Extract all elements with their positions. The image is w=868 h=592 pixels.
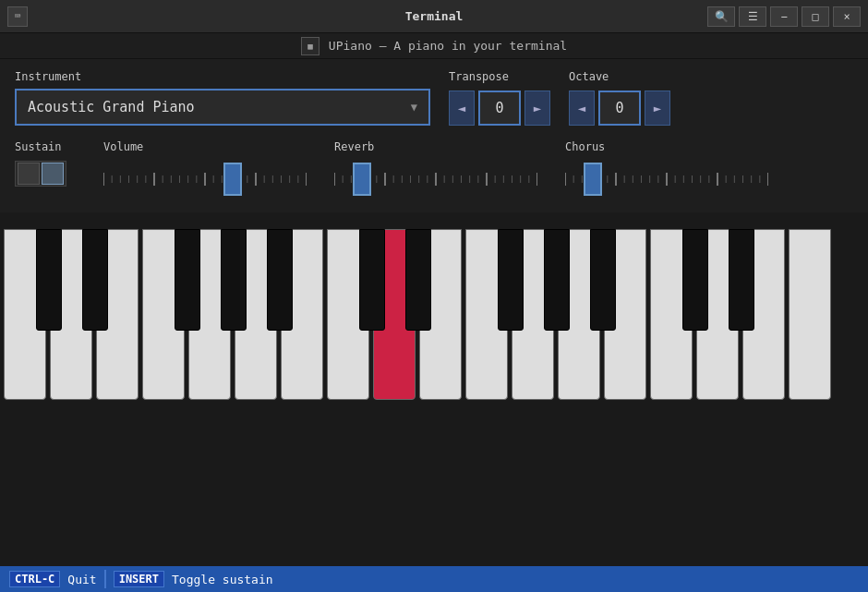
black-key-10[interactable] [498, 229, 524, 331]
sustain-group: Sustain [15, 140, 66, 187]
black-key-5[interactable] [267, 229, 293, 331]
sustain-label: Sustain [15, 140, 66, 153]
black-key-15[interactable] [729, 229, 754, 331]
maximize-button[interactable]: □ [802, 6, 829, 27]
insert-key: INSERT [114, 571, 164, 587]
volume-slider[interactable]: (function(){ // rendered via JS below })… [103, 161, 307, 198]
statusbar: CTRL-C Quit INSERT Toggle sustain [0, 566, 868, 592]
black-key-12[interactable] [590, 229, 616, 331]
status-item-insert: INSERT Toggle sustain [114, 571, 273, 587]
white-key-17[interactable] [789, 229, 831, 400]
instrument-group: Instrument Acoustic Grand Piano ▼ [15, 70, 430, 126]
octave-inc-button[interactable]: ► [645, 91, 670, 126]
dropdown-arrow-icon: ▼ [411, 101, 417, 114]
volume-label: Volume [103, 140, 307, 153]
black-key-3[interactable] [175, 229, 200, 331]
volume-ticks: (function(){ // rendered via JS below })… [103, 161, 307, 198]
search-button[interactable]: 🔍 [707, 6, 735, 27]
transpose-label: Transpose [449, 70, 550, 83]
octave-group: Octave ◄ 0 ► [569, 70, 670, 126]
minimize-button[interactable]: − [770, 6, 798, 27]
volume-group: Volume (function(){ // rendered via JS b… [103, 140, 307, 198]
volume-thumb[interactable] [223, 163, 242, 196]
chorus-slider[interactable] [565, 161, 768, 198]
black-key-4[interactable] [221, 229, 247, 331]
chorus-label: Chorus [565, 140, 768, 153]
instrument-dropdown[interactable]: Acoustic Grand Piano ▼ [15, 89, 430, 126]
close-button[interactable]: × [833, 6, 861, 27]
octave-label: Octave [569, 70, 670, 83]
status-item-quit: CTRL-C Quit [9, 571, 97, 587]
controls-section: Instrument Acoustic Grand Piano ▼ Transp… [0, 59, 868, 212]
subtitle-bar: ▦ UPiano — A piano in your terminal [0, 33, 868, 59]
toggle-sustain-label: Toggle sustain [172, 573, 273, 586]
black-key-8[interactable] [405, 229, 431, 331]
transpose-inc-button[interactable]: ► [524, 91, 550, 126]
black-key-0[interactable] [36, 229, 62, 331]
chorus-group: Chorus [565, 140, 768, 198]
app-icon: ⌨ [7, 6, 28, 27]
quit-label: Quit [67, 573, 96, 586]
chorus-thumb[interactable] [584, 163, 602, 196]
instrument-value: Acoustic Grand Piano [28, 99, 195, 115]
transpose-dec-button[interactable]: ◄ [449, 91, 475, 126]
reverb-group: Reverb [334, 140, 537, 198]
octave-dec-button[interactable]: ◄ [569, 91, 595, 126]
subtitle-icon: ▦ [301, 37, 319, 55]
piano-wrapper [0, 212, 868, 566]
sustain-off-indicator [18, 163, 40, 185]
reverb-label: Reverb [334, 140, 537, 153]
instrument-label: Instrument [15, 70, 430, 83]
sustain-toggle[interactable] [15, 161, 66, 187]
reverb-thumb[interactable] [353, 163, 371, 196]
subtitle-text: UPiano — A piano in your terminal [329, 39, 567, 53]
window-title: Terminal [405, 9, 464, 23]
transpose-group: Transpose ◄ 0 ► [449, 70, 550, 126]
status-separator [104, 570, 106, 588]
piano-keyboard[interactable] [4, 220, 864, 400]
main-content: ▦ UPiano — A piano in your terminal Inst… [0, 33, 868, 566]
sustain-on-indicator [42, 163, 64, 185]
menu-button[interactable]: ☰ [739, 6, 766, 27]
ctrl-c-key: CTRL-C [9, 571, 60, 587]
transpose-value: 0 [478, 91, 521, 126]
black-key-11[interactable] [544, 229, 570, 331]
reverb-slider[interactable] [334, 161, 537, 198]
titlebar: ⌨ Terminal 🔍 ☰ − □ × [0, 0, 868, 33]
black-key-1[interactable] [82, 229, 108, 331]
black-key-14[interactable] [682, 229, 708, 331]
black-key-7[interactable] [359, 229, 385, 331]
octave-value: 0 [598, 91, 641, 126]
